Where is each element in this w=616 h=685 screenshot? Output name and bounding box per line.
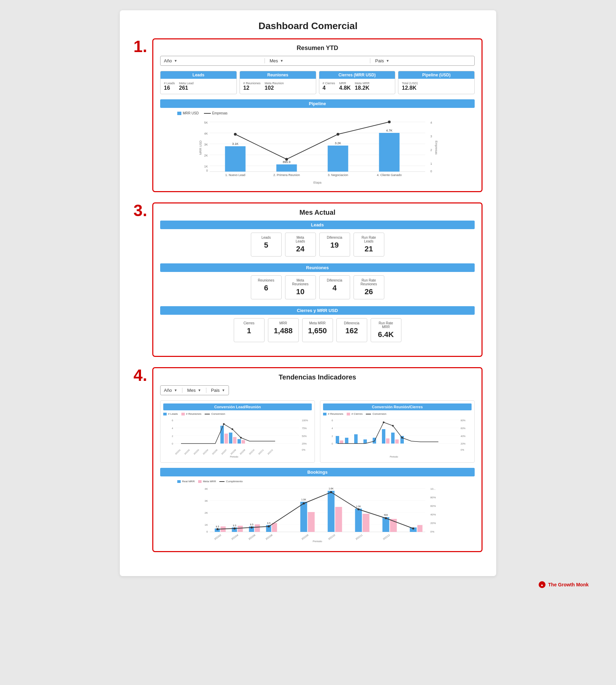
metric-runrate-leads-label: Run RateLeads — [359, 236, 379, 243]
svg-text:1.6K: 1.6K — [329, 487, 334, 490]
svg-text:2K: 2K — [205, 511, 208, 514]
pipeline-point-1 — [234, 133, 237, 136]
tendencias-filter-anio[interactable]: Año ▼ — [164, 388, 177, 393]
bookings-svg: 4K 3K 2K 1K 0 10... 80% 60% 40% 20% 0% — [160, 485, 475, 543]
svg-rect-112 — [272, 523, 277, 532]
svg-point-125 — [251, 526, 253, 528]
section-1-row: 1. Resumen YTD Año ▼ Mes ▼ Pais ▼ — [133, 38, 483, 192]
filter-pais[interactable]: Pais ▼ — [375, 58, 471, 63]
svg-text:202206: 202206 — [248, 534, 256, 540]
svg-text:20%: 20% — [431, 522, 436, 525]
metric-runrate-leads: Run RateLeads 21 — [354, 233, 384, 257]
svg-rect-122 — [418, 525, 423, 532]
svg-rect-41 — [229, 433, 232, 444]
section-3-content: Mes Actual Leads Leads 5 MetaLeads 24 Di… — [152, 202, 483, 357]
svg-point-123 — [217, 528, 219, 530]
svg-rect-82 — [340, 440, 343, 444]
kpi-leads-meta-label: Meta Lead — [179, 82, 194, 85]
svg-text:6: 6 — [332, 419, 333, 422]
filter-anio-arrow: ▼ — [174, 59, 177, 63]
bookings-legend-meta-box — [198, 480, 202, 483]
svg-text:895.9: 895.9 — [283, 160, 291, 164]
pipeline-bar-2 — [277, 164, 297, 172]
kpi-leads-count-value: 16 — [164, 85, 175, 91]
svg-text:202211: 202211 — [355, 534, 363, 540]
svg-text:202210: 202210 — [248, 449, 255, 455]
conv-reunion-cierres-container: Conversión Reunión/Cierres # Reuniones #… — [320, 400, 475, 463]
legend-mrr: MRR USD — [177, 111, 199, 115]
kpi-cierres-meta-mrr: Meta MRR 18.2K — [355, 82, 370, 91]
filter-anio[interactable]: Año ▼ — [164, 58, 260, 63]
metric-runrate-mrr: Run RateMRR 6.4K — [371, 318, 401, 342]
svg-text:40%: 40% — [431, 513, 436, 516]
kpi-reuniones-meta-value: 102 — [265, 85, 284, 91]
svg-point-87 — [401, 437, 403, 439]
bookings-legend-real: Real MRR — [177, 480, 195, 483]
main-container: Dashboard Comercial 1. Resumen YTD Año ▼… — [120, 10, 496, 576]
filter-divider-1 — [265, 58, 265, 63]
svg-point-127 — [303, 502, 305, 505]
bookings-chart-title: Bookings — [160, 468, 475, 476]
legend-reuniones-box2 — [323, 413, 326, 415]
kpi-pipeline-total-value: 12.8K — [402, 85, 418, 91]
kpi-leads-meta: Meta Lead 261 — [179, 82, 194, 91]
conv-lead-reunion-svg: 6 4 2 0 100% 75% 50% 25% 0% — [163, 417, 312, 458]
svg-text:3K: 3K — [204, 143, 208, 146]
filter-mes[interactable]: Mes ▼ — [270, 58, 365, 63]
kpi-pipeline-total: Total (USD) 12.8K — [402, 82, 418, 91]
metric-leads: Leads 5 — [251, 233, 282, 257]
bookings-legend: Real MRR Meta MRR Cumplimiento — [160, 480, 475, 483]
metric-cierres: Cierres 1 — [234, 318, 265, 342]
filter-divider-2 — [370, 58, 370, 63]
metric-reuniones-value: 6 — [256, 284, 276, 292]
svg-rect-108 — [238, 526, 243, 532]
cierres-metrics-row: Cierres 1 MRR 1,488 Meta MRR 1,650 Difer… — [160, 318, 475, 342]
metric-meta-reuniones-label: MetaReuniones — [291, 278, 310, 286]
svg-text:0%: 0% — [461, 449, 464, 451]
svg-point-130 — [385, 517, 387, 519]
metric-meta-leads: MetaLeads 24 — [285, 233, 316, 257]
legend-reuniones-text2: # Reuniones — [328, 412, 343, 415]
bookings-legend-real-text: Real MRR — [182, 480, 195, 483]
section-4-row: 4. Tendencias Indicadores Año ▼ Mes ▼ Pa… — [133, 367, 483, 552]
metric-runrate-reuniones-label: Run RateReuniones — [359, 278, 379, 286]
svg-text:1: 1 — [431, 162, 432, 165]
legend-leads-box — [163, 413, 167, 415]
svg-point-48 — [240, 437, 242, 439]
kpi-cierres-mrr: MRR 4.8K — [339, 82, 351, 91]
legend-conv-text: Conversion — [211, 412, 225, 415]
svg-rect-84 — [395, 439, 399, 444]
svg-point-46 — [223, 423, 225, 425]
kpi-cierres-mrr-value: 4.8K — [339, 85, 351, 91]
legend-leads-blue: # Leads — [163, 412, 178, 415]
kpi-reuniones-body: # Reuniones 12 Meta Reunion 102 — [240, 79, 316, 94]
svg-text:9.5: 9.5 — [233, 524, 236, 527]
metric-meta-leads-value: 24 — [291, 245, 310, 253]
conv-lead-reunion-container: Conversión Lead/Reunión # Leads # Reunio… — [160, 400, 315, 463]
svg-text:60%: 60% — [461, 427, 465, 429]
kpi-reuniones-meta-label: Meta Reunion — [265, 82, 284, 85]
legend-empresas-line — [204, 113, 211, 114]
legend-conv-line2 — [366, 414, 371, 414]
tendencias-filter-mes-arrow: ▼ — [198, 388, 201, 392]
svg-rect-114 — [308, 512, 315, 532]
tendencias-filter-mes[interactable]: Mes ▼ — [187, 388, 201, 393]
tendencias-charts-grid: Conversión Lead/Reunión # Leads # Reunio… — [160, 400, 475, 463]
svg-text:202209: 202209 — [239, 449, 246, 455]
kpi-leads-meta-value: 261 — [179, 85, 194, 91]
svg-text:3.2K: 3.2K — [335, 141, 341, 145]
pipeline-section: Pipeline MRR USD Empresas 5K 4K — [160, 99, 475, 184]
filter-pais-arrow: ▼ — [386, 59, 389, 63]
svg-text:4.7K: 4.7K — [386, 129, 393, 132]
legend-mrr-label: MRR USD — [183, 111, 199, 115]
tendencias-filter-pais[interactable]: Pais ▼ — [211, 388, 225, 393]
metric-meta-mrr: Meta MRR 1,650 — [302, 318, 333, 342]
kpi-cierres-meta-mrr-value: 18.2K — [355, 85, 370, 91]
metric-mrr-value: 1,488 — [273, 326, 293, 335]
svg-text:6: 6 — [172, 419, 173, 422]
svg-rect-110 — [255, 524, 260, 532]
mes-actual-title: Mes Actual — [160, 209, 475, 216]
kpi-pipeline-body: Total (USD) 12.8K — [398, 79, 474, 94]
svg-text:3K: 3K — [205, 499, 208, 502]
pipeline-bar-4 — [379, 133, 400, 172]
